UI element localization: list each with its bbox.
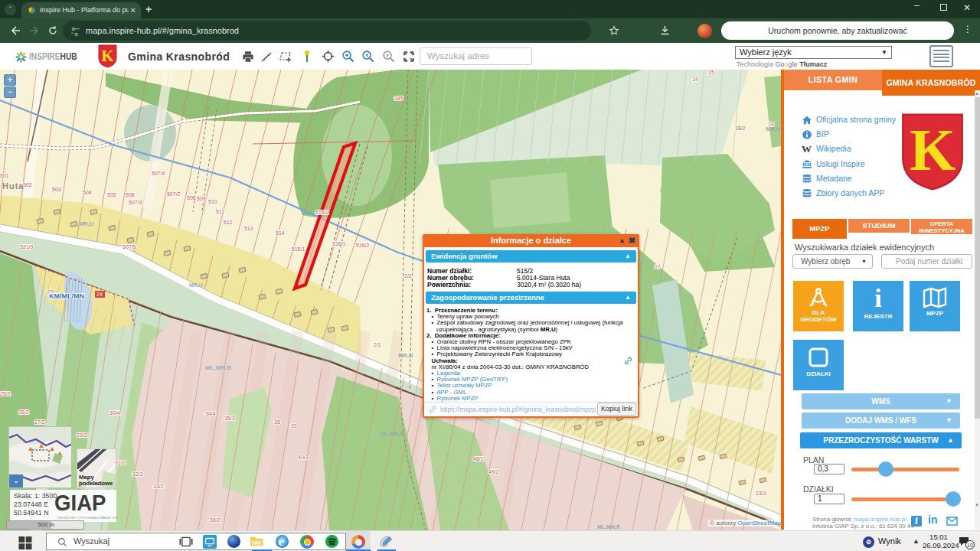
svg-text:512: 512 [224,220,233,225]
svg-text:30/4: 30/4 [109,410,120,416]
svg-text:34/4: 34/4 [205,411,216,416]
svg-text:503: 503 [52,187,61,192]
svg-text:31/2: 31/2 [115,460,126,465]
svg-text:516/2: 516/2 [356,243,370,248]
svg-text:33/2: 33/2 [153,484,164,489]
svg-text:32/2: 32/2 [132,471,143,477]
svg-text:48/1: 48/1 [473,456,484,461]
svg-text:MR,U: MR,U [766,126,780,132]
svg-text:24: 24 [96,292,103,297]
svg-text:521/9: 521/9 [20,244,34,249]
svg-text:27/2: 27/2 [34,419,45,425]
svg-text:14: 14 [692,77,698,82]
svg-text:509: 509 [197,196,206,201]
svg-text:35/3: 35/3 [224,416,235,421]
svg-text:KM/ML/MN: KM/ML/MN [49,292,84,300]
svg-text:36/2: 36/2 [210,517,220,523]
svg-text:501: 501 [0,173,9,178]
svg-text:515/2: 515/2 [315,210,329,215]
svg-text:15: 15 [708,70,714,75]
svg-text:49/2: 49/2 [488,469,499,474]
svg-text:504: 504 [83,190,92,195]
svg-text:510: 510 [208,199,217,204]
svg-text:25/2: 25/2 [0,391,11,396]
svg-text:2/2: 2/2 [404,273,412,279]
svg-text:ML,MN,R: ML,MN,R [381,431,403,437]
svg-text:513: 513 [244,226,253,231]
svg-text:2/1: 2/1 [374,342,381,347]
svg-text:40/3: 40/3 [298,455,309,460]
svg-text:507/2: 507/2 [167,191,181,197]
svg-text:506: 506 [126,192,135,197]
svg-text:516/1: 516/1 [332,241,346,246]
svg-text:K: K [910,117,956,183]
svg-text:ML,MN,R: ML,MN,R [597,524,620,530]
svg-text:507/4: 507/4 [152,171,165,176]
svg-text:38: 38 [274,419,280,425]
svg-text:MR,U: MR,U [189,282,203,289]
svg-text:ML,MN,R: ML,MN,R [205,364,231,371]
svg-text:507/3: 507/3 [129,200,142,205]
svg-text:29/2: 29/2 [77,432,87,438]
svg-text:508: 508 [187,195,196,201]
svg-text:MR,U: MR,U [79,220,93,227]
svg-text:26/2: 26/2 [18,409,29,415]
svg-text:345: 345 [394,96,403,101]
svg-text:39: 39 [291,423,297,429]
svg-text:507/5: 507/5 [122,244,136,249]
svg-text:514: 514 [276,230,285,236]
svg-text:17: 17 [655,264,661,269]
svg-text:18/2: 18/2 [735,126,746,131]
svg-text:502: 502 [23,182,32,187]
svg-text:MR,U: MR,U [398,352,413,359]
svg-text:K: K [101,47,114,65]
svg-text:515/1: 515/1 [292,246,305,252]
svg-text:Huta: Huta [2,181,24,191]
svg-text:505: 505 [107,192,116,197]
svg-text:23/3: 23/3 [756,491,766,496]
svg-text:511: 511 [216,209,224,214]
